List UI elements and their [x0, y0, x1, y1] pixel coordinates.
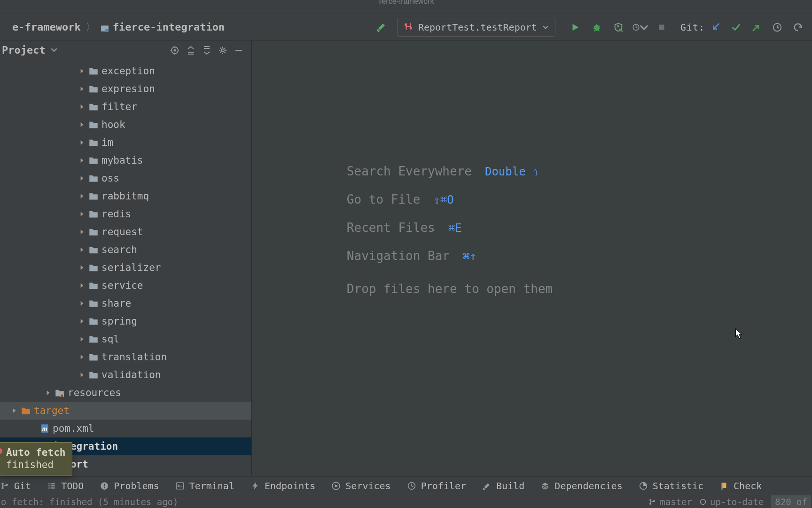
- expand-all-button[interactable]: [183, 42, 199, 58]
- git-push-button[interactable]: [748, 19, 765, 36]
- chevron-right-icon[interactable]: [78, 67, 86, 75]
- bottom-tab-endpoints[interactable]: Endpoints: [250, 480, 315, 492]
- bottom-tab-label: Terminal: [189, 480, 234, 492]
- chevron-right-icon[interactable]: [78, 103, 86, 111]
- chevron-right-icon[interactable]: [78, 318, 86, 325]
- run-configuration-selector[interactable]: ReportTest.testReport: [397, 18, 555, 37]
- folder-icon: [88, 84, 99, 94]
- tree-item-oss[interactable]: oss: [0, 169, 251, 187]
- tree-item-im[interactable]: im: [0, 134, 251, 151]
- undo-button[interactable]: [789, 19, 806, 36]
- chevron-right-icon[interactable]: [78, 85, 86, 93]
- minimize-button[interactable]: [231, 42, 247, 58]
- bottom-tab-label: Statistic: [653, 480, 703, 492]
- tree-item-request[interactable]: request: [0, 223, 251, 241]
- breadcrumb-label: e-framework: [12, 21, 81, 33]
- settings-button[interactable]: [215, 42, 231, 58]
- locate-file-button[interactable]: [167, 42, 183, 58]
- bottom-tab-todo[interactable]: TODO: [47, 480, 84, 492]
- breadcrumb-item[interactable]: e-framework: [0, 21, 81, 33]
- chevron-right-icon[interactable]: [78, 353, 86, 361]
- notification-toast[interactable]: Auto fetch finished: [0, 442, 72, 476]
- tree-item-filter[interactable]: filter: [0, 98, 251, 116]
- tree-item-serializer[interactable]: serializer: [0, 259, 251, 277]
- chevron-right-icon[interactable]: [78, 175, 86, 182]
- branch-icon: [0, 481, 9, 491]
- build-hammer-button[interactable]: [374, 19, 390, 36]
- main-area: Project exceptionexpresionfilterhookimmy…: [0, 40, 812, 476]
- chevron-right-icon[interactable]: [78, 210, 86, 218]
- bottom-tab-terminal[interactable]: Terminal: [175, 480, 234, 492]
- folder-icon: [88, 227, 99, 237]
- bottom-tab-build[interactable]: Build: [482, 480, 524, 492]
- chevron-right-icon[interactable]: [44, 389, 52, 397]
- tree-item-service[interactable]: service: [0, 277, 251, 294]
- svg-rect-36: [483, 487, 485, 490]
- status-message: o fetch: finished (5 minutes ago): [1, 497, 179, 507]
- tree-item-rabbitmq[interactable]: rabbitmq: [0, 187, 251, 205]
- coverage-button[interactable]: [610, 19, 627, 36]
- tree-item-exception[interactable]: exception: [0, 62, 251, 80]
- chevron-right-icon[interactable]: [29, 425, 37, 432]
- bottom-tab-dependencies[interactable]: Dependencies: [540, 480, 623, 492]
- memory-indicator[interactable]: 820 of: [771, 495, 811, 508]
- git-branch-widget[interactable]: master: [648, 497, 692, 507]
- tree-item-label: redis: [102, 208, 131, 220]
- chevron-right-icon[interactable]: [78, 282, 86, 289]
- folder-icon: [88, 102, 99, 112]
- tree-item-expresion[interactable]: expresion: [0, 80, 251, 98]
- tree-item-share[interactable]: share: [0, 294, 251, 312]
- tree-item-mybatis[interactable]: mybatis: [0, 151, 251, 169]
- project-title[interactable]: Project: [2, 44, 49, 56]
- breadcrumb-item[interactable]: fierce-integration: [101, 21, 225, 33]
- bottom-tab-git[interactable]: Git: [0, 480, 31, 492]
- tree-item-spring[interactable]: spring: [0, 312, 251, 330]
- tree-item-hook[interactable]: hook: [0, 116, 251, 134]
- bottom-tab-profiler[interactable]: Profiler: [407, 480, 466, 492]
- profile-button[interactable]: [632, 19, 648, 36]
- run-button[interactable]: [567, 19, 584, 36]
- chevron-right-icon[interactable]: [78, 335, 86, 343]
- chevron-right-icon[interactable]: [10, 407, 18, 414]
- tree-item-label: pom.xml: [53, 423, 94, 434]
- chevron-down-icon[interactable]: [49, 44, 59, 56]
- chevron-right-icon[interactable]: [78, 371, 86, 379]
- bottom-tab-statistic[interactable]: Statistic: [639, 480, 703, 492]
- git-commit-button[interactable]: [727, 19, 744, 36]
- chevron-right-icon[interactable]: [78, 139, 86, 146]
- tree-item-label: mybatis: [102, 155, 143, 166]
- bolt-icon: [250, 481, 260, 491]
- svg-rect-1: [105, 29, 109, 32]
- project-tool-window: Project exceptionexpresionfilterhookimmy…: [0, 40, 252, 476]
- sync-status[interactable]: up-to-date: [700, 497, 764, 507]
- tree-item-resources[interactable]: resources: [0, 384, 251, 402]
- git-pull-button[interactable]: [707, 19, 724, 36]
- tree-item-translation[interactable]: translation: [0, 348, 251, 366]
- editor-area[interactable]: Search Everywhere Double ⇧ Go to File ⇧⌘…: [252, 40, 812, 476]
- chevron-right-icon[interactable]: [78, 264, 86, 271]
- tree-item-label: hook: [102, 119, 125, 130]
- hint-shortcut: ⌘E: [448, 222, 462, 235]
- chevron-right-icon[interactable]: [78, 157, 86, 164]
- chevron-right-icon[interactable]: [78, 246, 86, 254]
- stop-button[interactable]: [653, 19, 670, 36]
- bottom-tab-problems[interactable]: Problems: [100, 480, 159, 492]
- tree-item-sql[interactable]: sql: [0, 330, 251, 348]
- tree-item-validation[interactable]: validation: [0, 366, 251, 384]
- chevron-right-icon[interactable]: [78, 192, 86, 200]
- bottom-tab-services[interactable]: Services: [331, 480, 390, 492]
- project-tree[interactable]: exceptionexpresionfilterhookimmybatisoss…: [0, 60, 251, 476]
- tree-item-search[interactable]: search: [0, 241, 251, 259]
- tree-item-pom.xml[interactable]: mpom.xml: [0, 420, 251, 437]
- chevron-right-icon[interactable]: [78, 228, 86, 236]
- tree-item-redis[interactable]: redis: [0, 205, 251, 223]
- bottom-tab-check[interactable]: Check: [719, 480, 762, 492]
- tree-item-target[interactable]: target: [0, 402, 251, 420]
- chevron-right-icon[interactable]: [78, 121, 86, 128]
- collapse-all-button[interactable]: [199, 42, 215, 58]
- hint-label: Recent Files: [347, 221, 435, 235]
- chevron-right-icon[interactable]: [78, 300, 86, 307]
- bottom-tab-label: Dependencies: [554, 480, 623, 492]
- git-history-button[interactable]: [769, 19, 786, 36]
- debug-button[interactable]: [588, 19, 605, 36]
